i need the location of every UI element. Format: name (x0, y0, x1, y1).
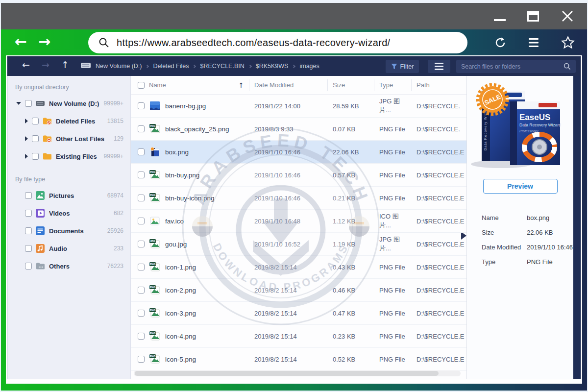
sidebar-item-new-volume-d-[interactable]: New Volume (D:)99999+ (7, 95, 130, 112)
filter-button[interactable]: Filter (386, 60, 419, 73)
row-checkbox[interactable] (138, 148, 145, 155)
table-row[interactable]: PNGicon-4.png2019/8/2 15:140.23 KBPNG Fi… (131, 325, 466, 348)
folder-icon (43, 152, 52, 161)
sidebar-item-other-lost-files[interactable]: Other Lost Files129 (7, 130, 130, 147)
sidebar-item-documents[interactable]: Documents25926 (7, 222, 130, 240)
file-date-modified: 2019/1/10 16:46 (249, 195, 328, 202)
sidebar-item-pictures[interactable]: Pictures68974 (7, 187, 130, 204)
select-all-checkbox[interactable] (138, 82, 145, 89)
table-row[interactable]: box.png2019/1/10 16:4622.06 KBPNG FileD:… (131, 141, 466, 164)
tree-checkbox[interactable] (32, 118, 39, 124)
column-path[interactable]: Path (412, 79, 466, 91)
horizontal-scrollbar[interactable] (134, 370, 461, 376)
url-input[interactable] (117, 37, 458, 49)
file-thumbnail-icon: JPG (149, 238, 161, 250)
tree-checkbox[interactable] (32, 153, 39, 160)
file-name: icon-3.png (165, 310, 196, 317)
table-row[interactable]: PNGbtn-buy-icon.png2019/1/10 16:460.21 K… (131, 187, 466, 210)
screenshot-root: ← → (0, 0, 588, 392)
recovery-app-window: ← → ↑ New Volume (D:)Deleted Files$RECYC… (7, 56, 581, 379)
app-up-button[interactable]: ↑ (61, 59, 69, 70)
table-row[interactable]: fav.ico2019/1/10 16:481.12 KBICO 图片...D:… (131, 210, 466, 233)
scrollbar-thumb[interactable] (135, 371, 439, 376)
sidebar-item-audio[interactable]: Audio233 (7, 240, 130, 257)
type-label: Videos (49, 210, 110, 217)
column-date-modified[interactable]: Date Modified (249, 79, 328, 91)
tree-checkbox[interactable] (25, 100, 32, 107)
sort-ascending-icon[interactable]: ↑ (238, 81, 244, 89)
caret-collapsed-icon[interactable] (25, 136, 28, 141)
file-path: D:\$RECYCLE. (412, 125, 466, 133)
row-checkbox[interactable] (138, 218, 145, 224)
type-checkbox[interactable] (25, 192, 32, 199)
row-checkbox[interactable] (138, 356, 145, 363)
sidebar-item-videos[interactable]: Videos682 (7, 204, 130, 222)
row-checkbox[interactable] (138, 195, 145, 201)
file-date-modified: 2019/8/2 15:14 (249, 287, 328, 294)
browser-forward-button[interactable]: → (38, 33, 50, 50)
menu-icon[interactable] (527, 37, 540, 48)
view-options-button[interactable] (428, 60, 450, 73)
column-name-label: Name (149, 81, 166, 89)
column-name[interactable]: Name ↑ (131, 79, 249, 91)
file-path: D:\$RECYCLE.E (412, 264, 466, 271)
svg-text:PNG: PNG (150, 124, 156, 127)
caret-collapsed-icon[interactable] (25, 154, 28, 159)
table-row[interactable]: PNGicon-2.png2019/8/2 15:140.46 KBPNG Fi… (131, 279, 466, 302)
row-checkbox[interactable] (138, 264, 145, 270)
column-type[interactable]: Type (374, 79, 412, 91)
filter-icon (391, 63, 397, 70)
bookmark-star-icon[interactable] (561, 36, 575, 49)
sidebar-item-existing-files[interactable]: Existing Files99999+ (7, 147, 130, 165)
file-thumbnail-icon: PNG (149, 284, 161, 296)
table-row[interactable]: JPGgou.jpg2019/1/10 16:521.19 KBJPG 图片..… (131, 233, 466, 256)
refresh-icon[interactable] (494, 36, 507, 49)
row-checkbox[interactable] (138, 125, 145, 132)
table-row[interactable]: PNGblack_opacity_25.png2019/8/3 9:330.07… (131, 118, 466, 141)
preview-button[interactable]: Preview (483, 179, 558, 194)
table-row[interactable]: PNGicon-1.png2019/8/2 15:140.43 KBPNG Fi… (131, 256, 466, 279)
sidebar-item-others[interactable]: Others76223 (7, 257, 130, 275)
name-cell: JPGgou.jpg (131, 238, 249, 250)
breadcrumb-item[interactable]: Deleted Files (153, 63, 189, 70)
file-size: 0.46 KB (328, 287, 374, 294)
app-search-box[interactable] (456, 60, 576, 73)
tree-checkbox[interactable] (32, 135, 39, 142)
file-thumbnail-icon: PNG (149, 169, 161, 181)
file-path: D:\$RECYCLE.E (412, 333, 466, 340)
app-search-input[interactable] (461, 63, 564, 70)
section-by-original-directory: By original directory (15, 84, 130, 91)
caret-expanded-icon[interactable] (16, 102, 21, 105)
type-checkbox[interactable] (25, 263, 32, 270)
breadcrumb-item[interactable]: images (299, 63, 319, 70)
app-back-button[interactable]: ← (22, 59, 30, 70)
row-checkbox[interactable] (138, 287, 145, 294)
file-type: PNG File (374, 195, 412, 202)
type-checkbox[interactable] (25, 227, 32, 234)
row-checkbox[interactable] (138, 310, 145, 317)
row-checkbox[interactable] (138, 172, 145, 178)
table-row[interactable]: PNGicon-5.png2019/8/2 15:140.52 KBPNG Fi… (131, 348, 466, 371)
breadcrumb-item[interactable]: New Volume (D:) (96, 63, 142, 70)
preview-panel: Data Recovery Wizard EaseUS Data Recover… (466, 76, 573, 379)
address-bar[interactable] (88, 32, 467, 53)
type-checkbox[interactable] (25, 245, 32, 252)
row-checkbox[interactable] (138, 241, 145, 247)
close-button[interactable] (561, 9, 574, 23)
file-date-modified: 2019/8/2 15:14 (249, 333, 328, 340)
table-row[interactable]: PNGicon-3.png2019/8/2 15:140.47 KBPNG Fi… (131, 302, 466, 325)
sidebar-item-deleted-files[interactable]: Deleted Files13815 (7, 112, 130, 130)
breadcrumb-item[interactable]: $RECYCLE.BIN (200, 63, 244, 70)
table-row[interactable]: banenr-bg.jpg2019/1/22 14:0028.59 KBJPG … (131, 95, 466, 118)
row-checkbox[interactable] (138, 102, 145, 109)
caret-collapsed-icon[interactable] (25, 119, 28, 123)
breadcrumb-item[interactable]: $RK5K9WS (256, 63, 289, 70)
type-checkbox[interactable] (25, 210, 32, 217)
row-checkbox[interactable] (138, 333, 145, 340)
table-row[interactable]: PNGbtn-buy.png2019/1/10 16:460.57 KBPNG … (131, 164, 466, 187)
column-size[interactable]: Size (328, 79, 374, 91)
browser-back-button[interactable]: ← (15, 33, 27, 50)
maximize-button[interactable] (527, 11, 539, 22)
app-forward-button[interactable]: → (42, 59, 49, 70)
minimize-button[interactable] (494, 19, 506, 21)
